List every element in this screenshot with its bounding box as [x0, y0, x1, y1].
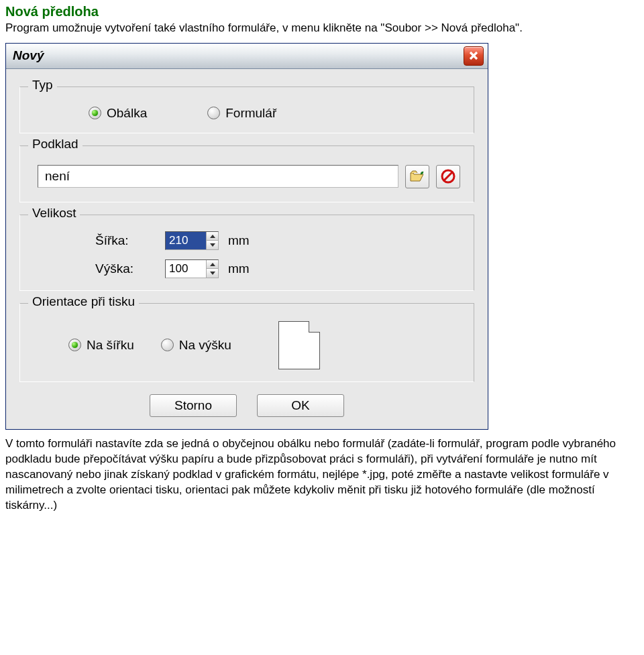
- close-button[interactable]: [464, 46, 484, 66]
- radio-icon: [207, 107, 220, 119]
- intro-text: Program umožnuje vytvoření také vlastníh…: [5, 21, 639, 36]
- width-value: 210: [166, 232, 206, 249]
- spin-up-button[interactable]: [206, 260, 218, 270]
- radio-icon: [89, 107, 101, 119]
- chevron-down-icon: [210, 243, 215, 247]
- group-velikost: Velikost Šířka: 210 mm: [19, 215, 474, 291]
- dialog-title: Nový: [13, 48, 44, 63]
- radio-formular[interactable]: Formulář: [207, 106, 276, 121]
- radio-na-sirku[interactable]: Na šířku: [68, 338, 134, 353]
- group-legend-orientace: Orientace při tisku: [28, 294, 139, 309]
- podklad-value: není: [45, 169, 70, 184]
- clear-button[interactable]: [436, 165, 460, 188]
- unit-label: mm: [228, 261, 255, 276]
- width-label: Šířka:: [95, 233, 156, 248]
- group-legend-typ: Typ: [28, 78, 57, 93]
- spin-up-button[interactable]: [206, 232, 218, 241]
- svg-line-3: [444, 172, 453, 181]
- radio-obalka[interactable]: Obálka: [89, 106, 147, 121]
- group-podklad: Podklad není: [19, 145, 474, 202]
- radio-label: Na výšku: [179, 338, 231, 353]
- cancel-button[interactable]: Storno: [150, 394, 237, 417]
- outro-text: V tomto formuláři nastavíte zda se jedná…: [5, 436, 639, 514]
- section-heading: Nová předloha: [5, 4, 639, 19]
- group-typ: Typ Obálka Formulář: [19, 86, 474, 133]
- dialog-new: Nový Typ Obálka Formulář: [5, 43, 488, 430]
- spin-down-button[interactable]: [206, 269, 218, 278]
- unit-label: mm: [228, 233, 255, 248]
- radio-icon: [161, 339, 174, 351]
- button-label: Storno: [174, 398, 212, 413]
- folder-open-icon: [410, 170, 425, 182]
- group-orientace: Orientace při tisku Na šířku Na výšku: [19, 303, 474, 382]
- titlebar: Nový: [6, 44, 488, 69]
- width-spinner[interactable]: 210: [165, 231, 219, 250]
- group-legend-velikost: Velikost: [28, 206, 80, 221]
- page-orientation-icon: [278, 321, 320, 369]
- browse-button[interactable]: [405, 165, 429, 188]
- height-value: 100: [166, 260, 206, 278]
- podklad-field[interactable]: není: [38, 165, 398, 188]
- no-entry-icon: [441, 169, 455, 184]
- radio-icon: [68, 339, 81, 351]
- close-icon: [469, 51, 478, 60]
- height-label: Výška:: [95, 261, 156, 276]
- chevron-up-icon: [210, 235, 215, 238]
- radio-label: Formulář: [225, 106, 276, 121]
- group-legend-podklad: Podklad: [28, 137, 83, 152]
- height-spinner[interactable]: 100: [165, 259, 219, 278]
- radio-label: Obálka: [107, 106, 147, 121]
- chevron-up-icon: [210, 263, 215, 266]
- radio-na-vysku[interactable]: Na výšku: [161, 338, 231, 353]
- ok-button[interactable]: OK: [257, 394, 344, 417]
- button-label: OK: [291, 398, 309, 413]
- spin-down-button[interactable]: [206, 241, 218, 249]
- chevron-down-icon: [210, 272, 215, 275]
- radio-label: Na šířku: [87, 338, 134, 353]
